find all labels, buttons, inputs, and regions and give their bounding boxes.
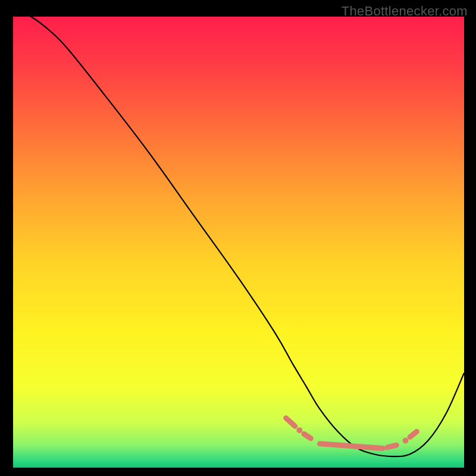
marker-segment (286, 418, 295, 427)
bottleneck-curve (13, 8, 464, 456)
chart-frame: TheBottlenecker.com (0, 0, 476, 476)
curve-svg (13, 17, 464, 468)
marker-segment (410, 431, 416, 437)
watermark-text: TheBottlenecker.com (342, 4, 468, 19)
plot-area (13, 17, 464, 468)
marker-group (286, 418, 417, 449)
marker-segment (304, 434, 311, 439)
marker-dot (296, 427, 302, 433)
marker-segment (387, 445, 396, 447)
marker-dot (403, 438, 409, 444)
marker-segment (320, 444, 383, 449)
